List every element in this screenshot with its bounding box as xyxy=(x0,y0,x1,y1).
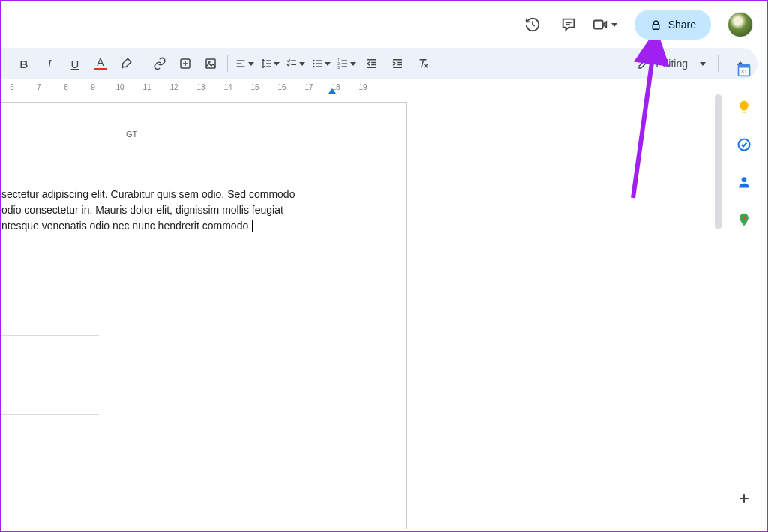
text-cursor xyxy=(252,220,253,232)
share-button[interactable]: Share xyxy=(634,10,711,40)
comments-icon[interactable] xyxy=(554,10,584,40)
svg-point-21 xyxy=(314,66,314,67)
add-comment-button[interactable] xyxy=(173,52,197,75)
chevron-down-icon xyxy=(350,62,356,66)
contacts-app-icon[interactable] xyxy=(736,174,752,190)
ruler-label: 11 xyxy=(142,83,151,91)
align-button[interactable] xyxy=(232,52,256,75)
text-color-button[interactable]: A xyxy=(88,52,112,75)
divider xyxy=(142,55,143,72)
insert-link-button[interactable] xyxy=(148,52,172,75)
svg-point-9 xyxy=(208,61,210,63)
header-text: GT xyxy=(126,130,137,139)
right-margin-marker[interactable] xyxy=(328,88,336,94)
meet-button[interactable] xyxy=(590,10,620,40)
editing-label: Editing xyxy=(656,58,688,70)
chevron-down-icon xyxy=(248,62,254,66)
formatting-toolbar: B I U A 123 Editi xyxy=(2,48,758,79)
svg-point-19 xyxy=(314,60,314,61)
svg-point-46 xyxy=(742,216,746,219)
underline-button[interactable]: U xyxy=(63,52,87,75)
chevron-down-icon xyxy=(325,62,331,66)
horizontal-ruler[interactable]: 6 7 8 9 10 11 12 13 14 15 16 17 18 19 xyxy=(2,81,766,94)
ruler-label: 14 xyxy=(224,83,232,91)
insert-image-button[interactable] xyxy=(199,52,223,75)
scrollbar-thumb[interactable] xyxy=(715,94,722,229)
increase-indent-button[interactable] xyxy=(386,52,410,75)
page[interactable]: GT sectetur adipiscing elit. Curabitur q… xyxy=(2,102,406,529)
clear-formatting-button[interactable] xyxy=(411,52,435,75)
ruler-label: 13 xyxy=(196,83,205,91)
ruler-label: 6 xyxy=(10,83,14,91)
svg-point-20 xyxy=(314,63,314,64)
avatar[interactable] xyxy=(728,12,753,37)
ruler-label: 19 xyxy=(358,83,367,91)
maps-app-icon[interactable] xyxy=(736,211,752,228)
history-icon[interactable] xyxy=(518,10,548,40)
svg-text:3: 3 xyxy=(338,66,340,70)
svg-rect-4 xyxy=(652,24,659,28)
separator-line xyxy=(2,335,99,336)
editing-mode-button[interactable]: Editing xyxy=(630,52,713,75)
separator-line xyxy=(2,241,342,241)
chevron-down-icon xyxy=(274,62,280,66)
lock-icon xyxy=(650,19,662,31)
bulleted-list-button[interactable] xyxy=(309,52,333,75)
numbered-list-button[interactable]: 123 xyxy=(334,52,358,75)
pencil-icon xyxy=(638,58,650,70)
tasks-app-icon[interactable] xyxy=(736,136,752,153)
chevron-down-icon xyxy=(700,62,706,66)
body-text[interactable]: sectetur adipiscing elit. Curabitur quis… xyxy=(2,187,346,234)
svg-rect-8 xyxy=(206,59,215,68)
ruler-label: 16 xyxy=(278,83,286,91)
ruler-label: 7 xyxy=(37,83,41,91)
line-spacing-button[interactable] xyxy=(258,52,282,75)
divider xyxy=(227,55,228,72)
side-panel: 31 xyxy=(723,48,765,529)
highlight-button[interactable] xyxy=(114,52,138,75)
ruler-label: 8 xyxy=(64,83,68,91)
bold-button[interactable]: B xyxy=(12,52,36,75)
ruler-label: 9 xyxy=(91,83,95,91)
svg-rect-42 xyxy=(739,64,750,67)
ruler-label: 17 xyxy=(304,83,313,91)
ruler-label: 10 xyxy=(116,83,124,91)
svg-text:31: 31 xyxy=(741,68,747,75)
separator-line xyxy=(2,414,99,415)
keep-app-icon[interactable] xyxy=(736,99,752,115)
svg-point-45 xyxy=(742,177,747,182)
ruler-label: 15 xyxy=(250,83,259,91)
calendar-app-icon[interactable]: 31 xyxy=(736,61,752,78)
top-bar: Share xyxy=(2,1,766,48)
add-app-button[interactable] xyxy=(736,490,752,507)
share-label: Share xyxy=(668,19,696,31)
svg-rect-2 xyxy=(593,21,602,29)
chevron-down-icon xyxy=(611,23,617,27)
divider xyxy=(718,55,718,72)
chevron-down-icon xyxy=(299,62,305,66)
checklist-button[interactable] xyxy=(284,52,308,75)
decrease-indent-button[interactable] xyxy=(360,52,384,75)
ruler-label: 12 xyxy=(170,83,178,91)
document-canvas: GT sectetur adipiscing elit. Curabitur q… xyxy=(2,94,722,529)
italic-button[interactable]: I xyxy=(38,52,62,75)
